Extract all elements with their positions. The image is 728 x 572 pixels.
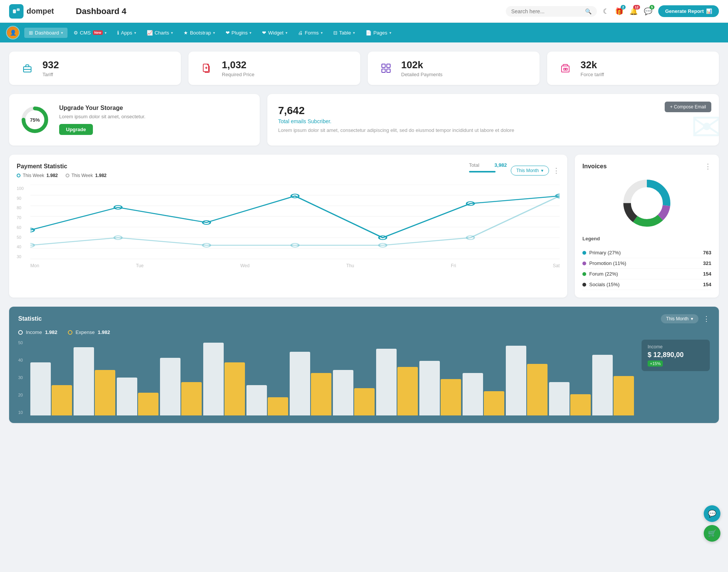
socials-dot — [582, 283, 586, 287]
total-row: Total 3,982 — [469, 162, 507, 168]
legend-promotion: Promotion (11%) 321 — [582, 258, 711, 269]
statistic-menu-btn[interactable]: ⋮ — [703, 315, 710, 323]
nav-item-widget[interactable]: ❤ Widget ▾ — [257, 28, 292, 38]
bar-yellow — [224, 362, 245, 415]
table-icon: ⊟ — [333, 30, 337, 36]
primary-dot — [582, 251, 586, 255]
nav-item-bootstrap[interactable]: ★ Bootstrap ▾ — [179, 28, 220, 38]
bar-white — [74, 347, 94, 415]
invoice-legend: Primary (27%) 763 Promotion (11%) 321 Fo… — [582, 248, 711, 290]
legend-title: Legend — [582, 236, 711, 241]
statistic-filter-btn[interactable]: This Month ▾ — [661, 314, 698, 323]
bar-group — [419, 361, 461, 415]
page-title: Dashboard 4 — [76, 6, 500, 16]
search-bar[interactable]: 🔍 — [506, 6, 597, 17]
bar-yellow — [138, 393, 158, 415]
gift-btn[interactable]: 🎁 2 — [615, 7, 623, 16]
bootstrap-icon: ★ — [184, 30, 188, 36]
nav-avatar: 👤 — [6, 26, 20, 39]
nav-label-cms: CMS — [80, 30, 91, 36]
nav-item-table[interactable]: ⊟ Table ▾ — [329, 28, 359, 38]
chart-bar-icon: 📊 — [706, 8, 712, 14]
stat-card-force: 32k Force tariff — [547, 52, 719, 85]
storage-card: 75% Upgrade Your Storage Lorem ipsum dol… — [9, 94, 260, 146]
chat-badge: 5 — [650, 5, 654, 9]
logo-text: dompet — [27, 7, 54, 16]
grid-icon — [377, 59, 395, 77]
legend-this-week-2: This Week 1.982 — [66, 173, 107, 178]
storage-percent: 75% — [30, 117, 40, 123]
stat-label-force: Force tariff — [581, 72, 604, 77]
nav-label-dashboard: Dashboard — [35, 30, 59, 36]
total-info: Total 3,982 — [469, 162, 507, 179]
bar-white — [333, 370, 353, 415]
bar-group — [203, 343, 245, 415]
nav-label-forms: Forms — [305, 30, 319, 36]
nav-item-apps[interactable]: ℹ Apps ▾ — [113, 28, 141, 38]
nav-label-apps: Apps — [121, 30, 132, 36]
bar-white — [290, 352, 310, 415]
bar-white — [419, 361, 440, 415]
search-input[interactable] — [511, 8, 582, 14]
bar-group — [549, 382, 591, 415]
stat-card-payments: 102k Detailed Payments — [368, 52, 540, 85]
legend-forum: Forum (22%) 154 — [582, 269, 711, 279]
svg-rect-13 — [566, 68, 567, 70]
chat-btn[interactable]: 💬 5 — [644, 7, 652, 16]
total-bar — [469, 171, 496, 172]
bar-yellow — [441, 379, 461, 415]
bar-yellow — [570, 394, 591, 415]
bar-white — [203, 343, 224, 415]
stat-label-payments: Detailed Payments — [401, 72, 442, 77]
stat-number-force: 32k — [581, 59, 604, 71]
upgrade-btn[interactable]: Upgrade — [59, 124, 93, 135]
cms-icon: ⚙ — [74, 30, 78, 36]
bar-white — [30, 362, 51, 415]
stat-label-price: Required Price — [222, 72, 254, 77]
nav-item-cms[interactable]: ⚙ CMS New ▾ — [69, 28, 111, 38]
bar-chart: 5040302010 — [18, 340, 634, 415]
nav-item-pages[interactable]: 📄 Pages ▾ — [361, 28, 396, 38]
bar-chart-container: 5040302010 — [18, 340, 634, 415]
payment-menu-btn[interactable]: ⋮ — [553, 166, 560, 175]
bar-yellow — [95, 370, 115, 415]
nav-item-dashboard[interactable]: ⊞ Dashboard ▾ — [24, 28, 67, 38]
income-badge: +15% — [648, 360, 663, 367]
statistic-legend: Income 1.982 Expense 1.982 — [18, 329, 710, 335]
gift-badge: 2 — [621, 5, 626, 9]
bar-group — [376, 349, 418, 415]
bar-white — [549, 382, 570, 415]
charts-icon: 📈 — [147, 30, 153, 36]
bar-group — [246, 385, 288, 415]
nav-item-forms[interactable]: 🖨 Forms ▾ — [293, 28, 327, 38]
nav-label-plugins: Plugins — [232, 30, 248, 36]
plugins-icon: ❤ — [226, 30, 230, 36]
bar-group — [290, 352, 331, 415]
bar-group — [463, 373, 504, 415]
bar-white — [592, 355, 613, 415]
nav-item-charts[interactable]: 📈 Charts ▾ — [142, 28, 177, 38]
bell-btn[interactable]: 🔔 12 — [629, 7, 638, 16]
storage-info: Upgrade Your Storage Lorem ipsum dolor s… — [59, 105, 146, 135]
mid-row: 75% Upgrade Your Storage Lorem ipsum dol… — [9, 94, 719, 146]
bar-yellow — [311, 373, 331, 415]
expense-legend: Expense 1.982 — [68, 329, 110, 335]
chevron-down-icon-8: ▾ — [321, 31, 323, 35]
chevron-down-icon-10: ▾ — [389, 31, 391, 35]
bar-white — [506, 346, 526, 415]
legend-primary: Primary (27%) 763 — [582, 248, 711, 258]
nav-item-plugins[interactable]: ❤ Plugins ▾ — [221, 28, 256, 38]
generate-report-btn[interactable]: Generate Report 📊 — [658, 5, 719, 17]
invoices-menu-btn[interactable]: ⋮ — [704, 162, 711, 171]
building-icon — [556, 59, 574, 77]
legend-dot-teal — [17, 174, 20, 177]
dark-mode-btn[interactable]: ☾ — [603, 7, 609, 16]
invoices-title: Invoices — [582, 163, 607, 170]
invoice-donut-svg — [620, 177, 673, 230]
main-content: 932 Tariff 1,032 Required Price — [0, 42, 728, 441]
this-month-filter-btn[interactable]: This Month ▾ — [511, 166, 549, 176]
bar-yellow — [527, 364, 548, 415]
bar-yellow — [613, 376, 634, 415]
widget-icon: ❤ — [262, 30, 266, 36]
svg-rect-12 — [564, 68, 565, 70]
